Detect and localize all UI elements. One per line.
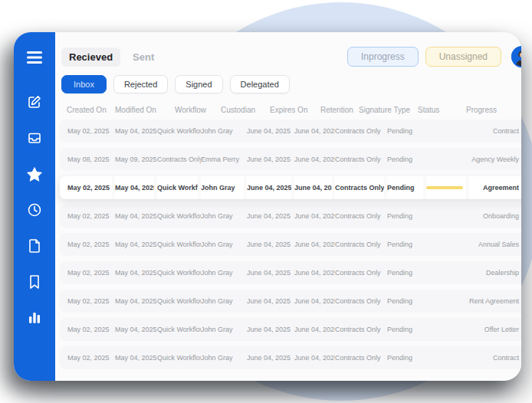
tab-sent[interactable]: Sent (133, 51, 154, 63)
cell-custodian: John Gray (201, 269, 247, 277)
cell-status: Pending (387, 326, 426, 333)
cell-retention: June 04, 2025 (294, 326, 335, 333)
cell-status: Pending (387, 241, 426, 248)
cell-retention: June 04, 2025 (294, 297, 335, 305)
progress-bar (426, 186, 463, 189)
cell-signature-type: Contracts Only (335, 354, 387, 362)
cell-modified: May 04, 2025 (115, 354, 157, 362)
documents-table: Created On Modified On Workflow Custodia… (60, 103, 521, 375)
cell-retention: June 04, 2025 (294, 156, 335, 163)
cell-expires: June 04, 2025 (247, 212, 294, 220)
column-header-status: Status (418, 106, 466, 114)
cell-created: May 02, 2025 (67, 354, 115, 362)
cell-document-name: Contract (469, 127, 519, 135)
cell-workflow: Quick Workflow (157, 269, 201, 277)
cell-modified: May 04, 2025 (115, 326, 157, 333)
sidebar-item-documents[interactable] (21, 233, 48, 259)
cell-retention: June 04, 2025 (294, 127, 335, 135)
cell-created: May 02, 2025 (67, 326, 115, 333)
cell-status: Pending (387, 269, 426, 277)
cell-expires: June 04, 2025 (247, 156, 294, 163)
cell-workflow: Quick Workflow (157, 241, 201, 248)
cell-expires: June 04, 2025 (247, 297, 294, 305)
sidebar-item-compose[interactable] (21, 89, 48, 115)
bar-chart-icon (27, 310, 42, 326)
filter-signed[interactable]: Signed (175, 75, 222, 93)
table-row[interactable]: May 02, 2025 May 04, 2025 Quick Workflow… (60, 233, 521, 256)
cell-workflow: Quick Workflow (157, 127, 201, 135)
table-row[interactable]: May 02, 2025 May 04, 2025 Quick Workflow… (60, 346, 521, 369)
sidebar (14, 32, 55, 381)
cell-status: Pending (387, 212, 426, 220)
avatar-person-icon (511, 46, 521, 67)
cell-workflow: Quick Workflow (157, 326, 201, 333)
cell-custodian: John Gray (201, 297, 247, 305)
cell-signature-type: Contracts Only (335, 326, 387, 333)
sidebar-item-inbox[interactable] (21, 125, 48, 151)
cell-workflow: Quick Workflow (157, 297, 201, 305)
cell-modified: May 04, 2025 (115, 212, 157, 220)
cell-created: May 02, 2025 (67, 297, 115, 305)
table-row[interactable]: May 08, 2025 May 09, 2025 Contracts Only… (60, 148, 521, 171)
cell-workflow: Quick Workflow (157, 212, 201, 220)
cell-expires: June 04, 2025 (247, 127, 294, 135)
inbox-tray-icon (27, 130, 42, 146)
sidebar-item-menu[interactable] (21, 44, 48, 70)
column-header-signature-type: Signature Type (359, 106, 418, 114)
main-panel: Recieved Sent Inprogress Unassigned Inbo… (55, 32, 521, 381)
column-header-expires-on: Expires On (270, 106, 320, 114)
table-row[interactable]: May 02, 2025 May 04, 2025 Quick Workflow… (60, 318, 521, 341)
cell-retention: June 04, 2025 (294, 212, 335, 220)
filter-delegated[interactable]: Delegated (230, 75, 290, 93)
cell-document-name: Offer Letter (469, 326, 519, 333)
cell-signature-type: Contracts Only (335, 269, 387, 277)
tab-received[interactable]: Recieved (61, 48, 120, 67)
table-row[interactable]: May 02, 2025 May 04, 2025 Quick Workflow… (60, 120, 521, 143)
cell-custodian: John Gray (201, 127, 247, 135)
sidebar-item-history[interactable] (21, 197, 48, 223)
sidebar-item-bookmarks[interactable] (21, 269, 48, 295)
column-header-created-on: Created On (67, 106, 115, 114)
table-body: May 02, 2025 May 04, 2025 Quick Workflow… (60, 120, 521, 369)
cell-expires: June 04, 2025 (247, 241, 294, 248)
column-header-custodian: Custodian (221, 106, 270, 114)
document-icon (28, 238, 41, 254)
cell-modified: May 04, 2025 (115, 176, 157, 199)
cell-retention: June 04, 2025 (294, 176, 335, 199)
cell-status: Pending (387, 156, 426, 163)
column-header-progress: Progress (466, 106, 521, 114)
column-header-retention: Retention (320, 106, 359, 114)
sidebar-item-analytics[interactable] (21, 305, 48, 331)
cell-custodian: John Gray (201, 326, 247, 333)
cell-signature-type: Contracts Only (335, 241, 387, 248)
filter-bar: Inbox Rejected Signed Delegated (60, 75, 521, 93)
inprogress-button[interactable]: Inprogress (347, 47, 419, 67)
table-row[interactable]: May 02, 2025 May 04, 2025 Quick Workflow… (60, 261, 521, 284)
cell-modified: May 04, 2025 (115, 297, 157, 305)
user-avatar[interactable] (511, 46, 521, 67)
cell-modified: May 04, 2025 (115, 127, 157, 135)
table-row[interactable]: May 02, 2025 May 04, 2025 Quick Workflow… (60, 205, 521, 228)
cell-signature-type: Contracts Only (335, 212, 387, 220)
sidebar-item-starred[interactable] (21, 161, 48, 187)
cell-workflow: Quick Workflow (157, 354, 201, 362)
cell-custodian: John Gray (201, 241, 247, 248)
cell-document-name: Agency Weekly (469, 156, 519, 163)
table-row-selected[interactable]: May 02, 2025 May 04, 2025 Quick Workflow… (60, 176, 521, 199)
cell-signature-type: Contracts Only (335, 127, 387, 135)
unassigned-button[interactable]: Unassigned (425, 47, 501, 67)
cell-custodian: John Gray (201, 354, 247, 362)
cell-modified: May 04, 2025 (115, 269, 157, 277)
filter-inbox[interactable]: Inbox (61, 75, 107, 93)
filter-rejected[interactable]: Rejected (113, 75, 168, 93)
cell-signature-type: Contracts Only (335, 297, 387, 305)
table-header: Created On Modified On Workflow Custodia… (60, 103, 521, 116)
cell-status: Pending (387, 297, 426, 305)
cell-retention: June 04, 2025 (294, 354, 335, 362)
cell-document-name: Onboarding (469, 212, 519, 220)
table-row[interactable]: May 02, 2025 May 04, 2025 Quick Workflow… (60, 290, 521, 313)
cell-custodian: John Gray (201, 212, 247, 220)
cell-expires: June 04, 2025 (247, 269, 294, 277)
clock-icon (27, 202, 42, 218)
cell-document-name: Rent Agreement (469, 297, 519, 305)
